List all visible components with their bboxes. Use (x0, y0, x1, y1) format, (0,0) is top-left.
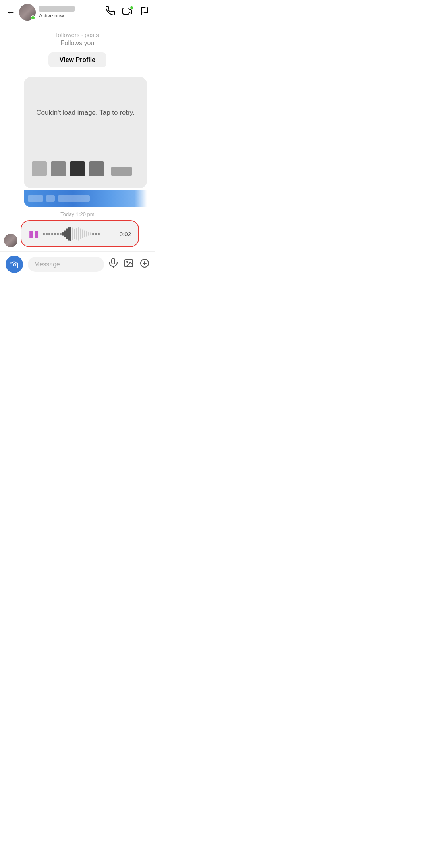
wave-bar (70, 227, 72, 241)
message-input[interactable]: Message... (28, 257, 104, 272)
voice-message-bubble[interactable]: ▮▮ (21, 220, 139, 247)
wave-bar-light (90, 232, 91, 235)
back-button[interactable]: ← (6, 7, 15, 17)
svg-rect-3 (112, 258, 115, 264)
wave-bar-light (86, 231, 87, 237)
wave-dot (46, 233, 48, 235)
image-error-text: Couldn't load image. Tap to retry. (36, 109, 134, 117)
wave-bar-light (72, 227, 73, 240)
thumbnail-4 (89, 161, 104, 176)
video-active-badge (130, 6, 133, 10)
add-button[interactable] (140, 258, 149, 270)
blue-bar-block-2 (46, 195, 55, 202)
header-action-icons (106, 6, 149, 18)
svg-point-2 (13, 264, 15, 266)
wave-dot (48, 233, 50, 235)
bottom-action-icons (109, 258, 149, 271)
follower-text: followers · posts (56, 31, 99, 38)
bottom-bar: Message... (0, 251, 155, 277)
online-indicator (31, 15, 35, 20)
wave-dot (51, 233, 53, 235)
wave-bar-light (80, 228, 81, 239)
wave-dot (60, 233, 62, 235)
blue-bar-block-1 (28, 195, 43, 202)
follows-you-label: Follows you (61, 40, 94, 47)
wave-bar-light (88, 232, 89, 236)
flag-button[interactable] (140, 6, 149, 18)
message-timestamp: Today 1:20 pm (4, 211, 151, 217)
chat-area: Couldn't load image. Tap to retry. Today… (0, 77, 155, 247)
wave-dot (54, 233, 56, 235)
wave-bar-light (84, 230, 85, 237)
wave-bar (62, 232, 64, 236)
voice-waveform (43, 227, 116, 241)
voice-message-wrap: ▮▮ (4, 220, 139, 247)
wave-bar (66, 228, 68, 239)
video-call-button[interactable] (122, 6, 133, 18)
contact-status: Active now (39, 13, 106, 19)
wave-dot (43, 233, 45, 235)
thumbnail-more (111, 167, 132, 176)
thumbnail-1 (32, 161, 47, 176)
camera-button[interactable] (6, 256, 23, 273)
wave-dot (57, 233, 59, 235)
wave-bar-light (82, 229, 83, 238)
wave-dot (95, 233, 97, 235)
svg-rect-0 (123, 8, 129, 14)
wave-dot (92, 233, 94, 235)
thumbnail-2 (51, 161, 66, 176)
image-message-bubble[interactable]: Couldn't load image. Tap to retry. (24, 77, 147, 188)
pause-button[interactable]: ▮▮ (29, 228, 39, 239)
call-button[interactable] (106, 6, 115, 18)
wave-dot (98, 233, 100, 235)
wave-bar-light (74, 229, 75, 239)
view-profile-button[interactable]: View Profile (48, 52, 106, 67)
contact-avatar-wrap (19, 4, 36, 21)
contact-info: Active now (39, 6, 106, 19)
thumbnail-3 (70, 161, 85, 176)
blue-bar-block-3 (58, 195, 90, 202)
voice-duration: 0:02 (120, 231, 131, 237)
sender-avatar (4, 234, 17, 247)
wave-bar (64, 230, 66, 237)
microphone-button[interactable] (109, 258, 118, 271)
svg-point-7 (127, 261, 128, 262)
wave-bar-light (78, 227, 79, 241)
message-placeholder: Message... (34, 261, 65, 268)
wave-bar (68, 227, 70, 241)
contact-name-blurred (39, 6, 75, 12)
gallery-button[interactable] (124, 258, 133, 270)
image-thumbnails (32, 161, 139, 176)
blue-message-bar (24, 190, 147, 207)
profile-section: followers · posts Follows you View Profi… (0, 25, 155, 77)
wave-bar-light (76, 228, 77, 240)
header: ← Active now (0, 0, 155, 25)
